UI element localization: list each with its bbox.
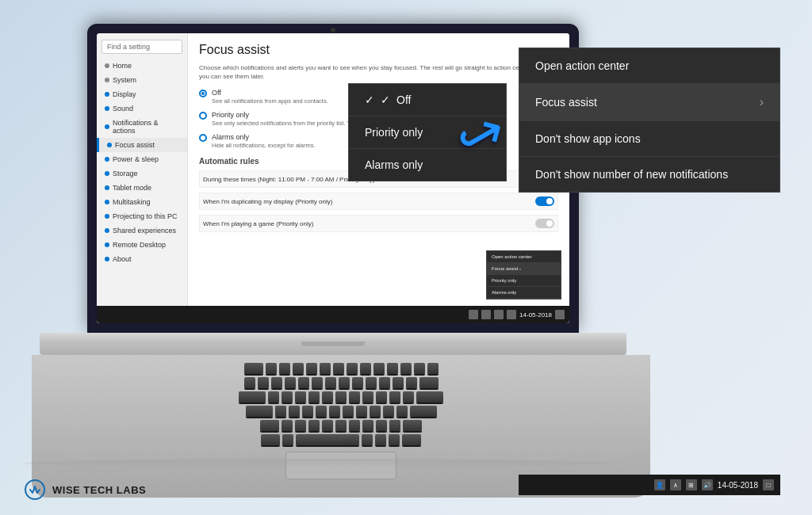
menu-item-no-app-icons[interactable]: Don't show app icons — [519, 121, 779, 157]
key-f10 — [387, 363, 398, 374]
key-f11 — [400, 363, 412, 374]
sidebar-item-notifications[interactable]: Notifications & actions — [97, 116, 187, 138]
toggle-game-switch[interactable] — [535, 219, 554, 228]
taskbar-icon-4 — [507, 310, 516, 319]
key-del — [427, 363, 439, 374]
sidebar-item-system[interactable]: System — [97, 73, 187, 87]
chevron-right-icon: › — [760, 95, 764, 109]
key-f6 — [333, 363, 344, 374]
key-f2 — [279, 363, 290, 374]
key-f4 — [306, 363, 317, 374]
key-space — [296, 434, 359, 445]
sidebar-item-display[interactable]: Display — [97, 87, 187, 101]
laptop-camera — [331, 28, 335, 32]
key-f12 — [414, 363, 425, 374]
laptop-notch — [301, 341, 365, 346]
menu-item-focus-assist-label: Focus assist — [535, 96, 597, 109]
menu-item-open-action-center-label: Open action center — [535, 59, 629, 72]
key-f3 — [293, 363, 304, 374]
keyboard-row-spacebar — [261, 434, 421, 445]
sidebar-item-sound[interactable]: Sound — [97, 101, 187, 116]
mini-menu-item-2: Focus assist › — [487, 263, 561, 275]
sidebar-item-shared[interactable]: Shared experiences — [97, 223, 187, 238]
taskbar: 14-05-2018 — [97, 306, 569, 323]
laptop-reflection — [24, 459, 611, 468]
tray-icon-volume: 🔊 — [702, 479, 713, 490]
taskbar-time: 14-05-2018 — [519, 311, 552, 319]
keyboard-row-3 — [239, 391, 443, 402]
context-menu: Open action center Focus assist › Don't … — [519, 48, 780, 193]
sidebar-item-projecting[interactable]: Projecting to this PC — [97, 209, 187, 223]
toggle-display-switch[interactable] — [535, 196, 554, 206]
tray-time: 14-05-2018 — [718, 481, 758, 490]
focus-item-off-label: Off — [396, 93, 411, 106]
mini-menu-item-3: Priority only — [487, 275, 561, 287]
checkmark-off: ✓ — [381, 93, 390, 106]
menu-item-focus-assist[interactable]: Focus assist › — [519, 84, 779, 121]
taskbar-icon-3 — [494, 310, 504, 319]
sidebar-item-tablet[interactable]: Tablet mode — [97, 181, 187, 195]
laptop-base — [40, 333, 626, 355]
keyboard-row-5 — [260, 420, 422, 431]
taskbar-icon-1 — [469, 310, 478, 319]
toggle-display[interactable]: When I'm duplicating my display (Priorit… — [199, 193, 558, 210]
tray-icon-person: 👤 — [654, 479, 665, 490]
sidebar-item-about[interactable]: About — [97, 252, 187, 266]
key-f9 — [373, 363, 385, 374]
key-esc — [244, 363, 263, 374]
key-backtick — [244, 377, 255, 388]
key-f5 — [320, 363, 331, 374]
sidebar-item-storage[interactable]: Storage — [97, 166, 187, 181]
settings-sidebar: Find a setting Home System Display — [97, 33, 188, 323]
keyboard-row-4 — [246, 406, 437, 417]
taskbar-icon-2 — [481, 310, 491, 319]
toggle-game[interactable]: When I'm playing a game (Priority only) — [199, 215, 558, 232]
logo-text: WISE TECH LABS — [52, 484, 146, 496]
logo: WISE TECH LABS — [24, 479, 146, 501]
menu-item-no-notification-count-label: Don't show number of new notifications — [535, 168, 728, 181]
radio-off-button[interactable] — [199, 90, 207, 97]
taskbar-action-center[interactable] — [555, 310, 565, 319]
key-f7 — [347, 363, 358, 374]
key-f8 — [360, 363, 371, 374]
radio-priority-button[interactable] — [199, 112, 207, 120]
settings-description: Choose which notifications and alerts yo… — [199, 63, 558, 81]
tray-icon-up-arrow: ∧ — [670, 479, 681, 490]
sidebar-item-multitasking[interactable]: Multitasking — [97, 195, 187, 209]
mini-menu-item-1: Open action center — [487, 251, 561, 263]
tray-action-center-icon[interactable]: □ — [763, 479, 774, 490]
menu-item-no-notification-count[interactable]: Don't show number of new notifications — [519, 157, 779, 192]
keyboard-row-1 — [244, 363, 439, 374]
key-f1 — [266, 363, 277, 374]
mini-menu-item-4: Alarms only — [487, 287, 561, 299]
focus-item-alarms-label: Alarms only — [365, 158, 423, 171]
system-tray-bar: 👤 ∧ ⊞ 🔊 14-05-2018 □ — [519, 475, 780, 495]
focus-item-priority-label: Priority only — [365, 126, 423, 139]
svg-point-0 — [25, 480, 44, 499]
sidebar-item-power[interactable]: Power & sleep — [97, 152, 187, 166]
menu-item-open-action-center[interactable]: Open action center — [519, 48, 779, 84]
keyboard-row-2 — [244, 377, 439, 388]
logo-icon — [24, 479, 46, 501]
sidebar-item-home[interactable]: Home — [97, 59, 187, 73]
radio-alarms-button[interactable] — [199, 134, 207, 142]
tray-icon-network: ⊞ — [686, 479, 697, 490]
menu-item-no-app-icons-label: Don't show app icons — [535, 132, 641, 145]
page-title: Focus assist — [199, 43, 558, 57]
sidebar-item-remote[interactable]: Remote Desktop — [97, 238, 187, 252]
sidebar-search[interactable]: Find a setting — [102, 40, 182, 54]
mini-menu-preview: Open action center Focus assist › Priori… — [486, 250, 561, 299]
sidebar-item-focus-assist[interactable]: Focus assist — [97, 138, 187, 152]
